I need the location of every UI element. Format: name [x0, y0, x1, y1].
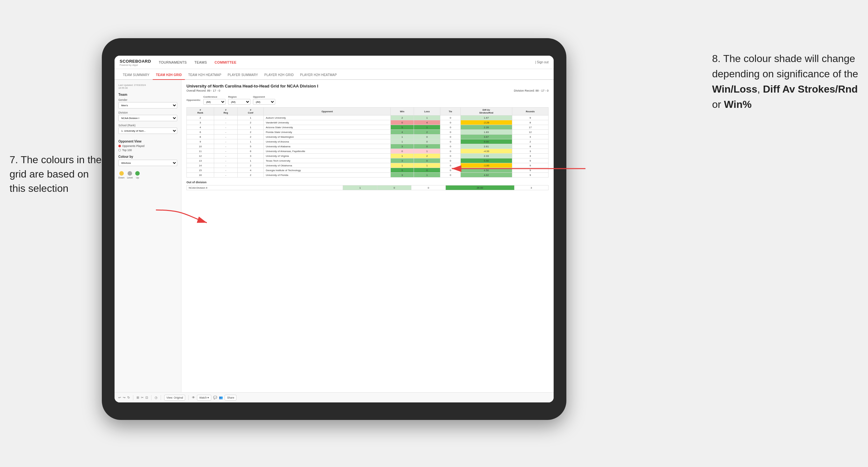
- annotation-right: 8. The colour shade will change dependin…: [712, 51, 859, 112]
- cell-reg: -: [214, 173, 238, 178]
- cell-diff: 4.50: [460, 168, 512, 173]
- col-opponent: Opponent: [264, 107, 391, 116]
- left-panel: Last Updated: 27/03/2024 16:55:38 Team G…: [115, 80, 181, 392]
- cell-tie: 0: [440, 120, 461, 125]
- nav-links: TOURNAMENTS TEAMS COMMITTEE: [159, 60, 237, 64]
- cell-conf: 4: [237, 168, 264, 173]
- cell-conf: 2: [237, 120, 264, 125]
- cell-win: 3: [391, 144, 414, 149]
- cell-rounds: 9: [512, 168, 548, 173]
- tab-team-h2h-heatmap[interactable]: TEAM H2H HEATMAP: [185, 73, 224, 80]
- cell-loss: 1: [414, 149, 440, 154]
- colour-by-select[interactable]: Win/loss: [118, 160, 177, 166]
- redo-icon[interactable]: ↪: [123, 396, 125, 399]
- filter-opponent: Opponent (All): [253, 95, 275, 105]
- school-select[interactable]: 1. University of Nort...: [118, 128, 177, 134]
- cell-opponent: University of Alabama: [264, 144, 391, 149]
- comment-icon[interactable]: 💬: [213, 396, 217, 399]
- nav-committee[interactable]: COMMITTEE: [214, 60, 237, 64]
- refresh-icon[interactable]: ↻: [127, 396, 130, 399]
- cell-tie: 0: [440, 130, 461, 134]
- cell-tie: 0: [440, 149, 461, 154]
- opponent-filter-select[interactable]: (All): [253, 99, 275, 105]
- cell-win: 0: [391, 120, 414, 125]
- radio-top-100[interactable]: Top 100: [118, 149, 177, 152]
- division-select[interactable]: NCAA Division I: [118, 115, 177, 121]
- cell-win: 1: [391, 163, 414, 168]
- cell-opponent: University of Virginia: [264, 154, 391, 158]
- cell-diff: -1.00: [460, 163, 512, 168]
- region-filter-label: Region: [228, 95, 250, 98]
- cell-rounds: 3: [512, 134, 548, 139]
- cell-tie: 0: [440, 158, 461, 163]
- out-of-division-label: Out of division: [186, 181, 549, 184]
- cell-loss: 1: [414, 173, 440, 178]
- table-row: 12 - 3 University of Virginia 1 2 0 2.33…: [187, 154, 549, 158]
- record-row: Overall Record: 89 - 17 - 0 Division Rec…: [186, 89, 549, 92]
- gender-label: Gender: [118, 98, 177, 101]
- undo-icon[interactable]: ↩: [118, 396, 121, 399]
- tab-player-h2h-heatmap[interactable]: PLAYER H2H HEATMAP: [297, 73, 340, 80]
- cell-opponent: University of Arkansas, Fayetteville: [264, 149, 391, 154]
- col-rank: #Rank: [187, 107, 214, 116]
- tab-team-h2h-grid[interactable]: TEAM H2H GRID: [153, 73, 185, 80]
- region-filter-select[interactable]: (All): [228, 99, 250, 105]
- cell-diff: -2.29: [460, 120, 512, 125]
- watch-btn[interactable]: Watch ▾: [197, 395, 211, 401]
- cell-diff: 2.33: [460, 154, 512, 158]
- cell-rank: 3: [187, 120, 214, 125]
- grid-icon[interactable]: ⊞: [136, 396, 139, 399]
- table-row: 15 - 4 Georgia Institute of Technology 5…: [187, 168, 549, 173]
- table-row: 10 - 5 University of Alabama 3 0 0 2.61 …: [187, 144, 549, 149]
- out-division-name: NCAA Division II: [187, 185, 343, 190]
- cell-rounds: 17: [512, 125, 548, 130]
- conference-filter-select[interactable]: (All): [203, 99, 225, 105]
- nav-teams[interactable]: TEAMS: [194, 60, 207, 64]
- cell-diff: -4.33: [460, 149, 512, 154]
- cell-conf: 2: [237, 163, 264, 168]
- cell-conf: 2: [237, 130, 264, 134]
- cell-opponent: Florida State University: [264, 130, 391, 134]
- filter-row: Opponents: Conference (All) Region (All): [186, 95, 549, 105]
- cell-diff: 2.61: [460, 144, 512, 149]
- table-row: 6 - 2 Florida State University 4 2 0 1.8…: [187, 130, 549, 134]
- legend-down-dot: [119, 171, 124, 176]
- tab-player-h2h-grid[interactable]: PLAYER H2H GRID: [261, 73, 297, 80]
- share-btn[interactable]: Share: [225, 395, 237, 401]
- crop-icon[interactable]: ⊡: [146, 396, 148, 399]
- table-row: 14 - 2 University of Oklahoma 1 1 0 -1.0…: [187, 163, 549, 168]
- eye-icon[interactable]: 👁: [192, 396, 195, 399]
- logo-sub: Powered by clippd: [120, 64, 151, 66]
- cell-opponent: University of Arizona: [264, 139, 391, 144]
- users-icon[interactable]: 👥: [219, 396, 223, 399]
- school-label: School (Rank): [118, 124, 177, 127]
- cell-rounds: 9: [512, 173, 548, 178]
- colour-by-label: Colour by: [118, 155, 177, 158]
- scissors-icon[interactable]: ✂: [141, 396, 144, 399]
- cell-rank: 16: [187, 173, 214, 178]
- top-nav: SCOREBOARD Powered by clippd TOURNAMENTS…: [115, 56, 554, 69]
- radio-opponents-played[interactable]: Opponents Played: [118, 145, 177, 148]
- tab-team-summary[interactable]: TEAM SUMMARY: [120, 73, 153, 80]
- tab-player-summary[interactable]: PLAYER SUMMARY: [225, 73, 261, 80]
- nav-tournaments[interactable]: TOURNAMENTS: [159, 60, 187, 64]
- cell-diff: 9.00: [460, 139, 512, 144]
- cell-tie: 0: [440, 134, 461, 139]
- logo-text: SCOREBOARD: [120, 59, 151, 64]
- cell-tie: 0: [440, 116, 461, 120]
- gender-select[interactable]: Men's: [118, 102, 177, 108]
- view-original-btn[interactable]: View: Original: [164, 395, 185, 401]
- sign-out[interactable]: | Sign out: [535, 60, 549, 64]
- cell-conf: 1: [237, 116, 264, 120]
- legend-down-label: Down: [118, 176, 124, 179]
- table-row: 8 - 2 University of Washington 1 0 0 3.6…: [187, 134, 549, 139]
- radio-opponents-played-label: Opponents Played: [122, 145, 145, 148]
- cell-reg: -: [214, 144, 238, 149]
- out-of-division-row: NCAA Division II 1 0 0 26.00 3: [187, 185, 549, 190]
- table-row: 16 - 2 University of Florida 3 1 0 4.62 …: [187, 173, 549, 178]
- cell-reg: -: [214, 158, 238, 163]
- clock-icon[interactable]: ◷: [155, 396, 157, 399]
- cell-tie: 0: [440, 173, 461, 178]
- table-row: 13 - 1 Texas Tech University 3 0 0 5.56 …: [187, 158, 549, 163]
- table-row: 11 - 6 University of Arkansas, Fayettevi…: [187, 149, 549, 154]
